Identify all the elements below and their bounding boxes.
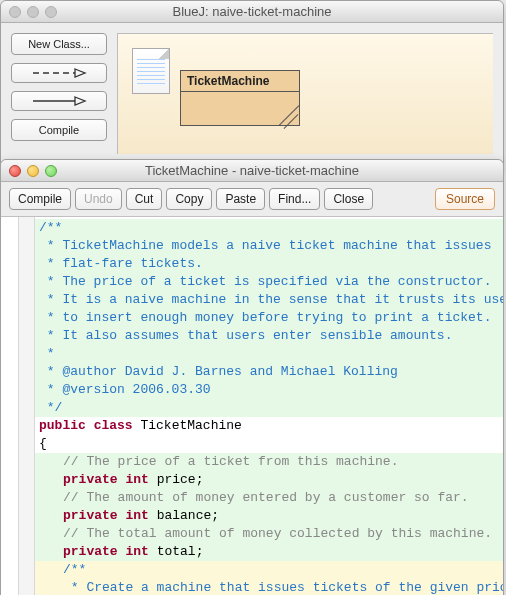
compile-button[interactable]: Compile <box>11 119 107 141</box>
minimize-icon[interactable] <box>27 6 39 18</box>
zoom-icon[interactable] <box>45 6 57 18</box>
file-icon[interactable] <box>132 48 170 94</box>
code-editor[interactable]: /** * TicketMachine models a naive ticke… <box>1 217 503 595</box>
cut-button[interactable]: Cut <box>126 188 163 210</box>
resize-handle-icon <box>279 105 299 125</box>
project-sidebar: New Class... Compile <box>11 33 107 154</box>
project-window: BlueJ: naive-ticket-machine New Class...… <box>0 0 504 165</box>
class-diagram[interactable]: TicketMachine <box>117 33 493 154</box>
zoom-icon[interactable] <box>45 165 57 177</box>
view-mode-selector[interactable]: Source <box>435 188 495 210</box>
new-class-button[interactable]: New Class... <box>11 33 107 55</box>
dashed-arrow-icon <box>29 68 89 78</box>
gutter <box>1 217 19 595</box>
close-icon[interactable] <box>9 6 21 18</box>
close-button[interactable]: Close <box>324 188 373 210</box>
project-title: BlueJ: naive-ticket-machine <box>1 4 503 19</box>
breakpoint-gutter[interactable] <box>19 217 35 595</box>
solid-arrow-button[interactable] <box>11 91 107 111</box>
traffic-lights[interactable] <box>9 6 57 18</box>
editor-window: TicketMachine - naive-ticket-machine Com… <box>0 159 504 595</box>
close-icon[interactable] <box>9 165 21 177</box>
editor-toolbar: Compile Undo Cut Copy Paste Find... Clos… <box>1 182 503 217</box>
project-titlebar: BlueJ: naive-ticket-machine <box>1 1 503 23</box>
minimize-icon[interactable] <box>27 165 39 177</box>
find-button[interactable]: Find... <box>269 188 320 210</box>
class-name: TicketMachine <box>181 71 299 92</box>
copy-button[interactable]: Copy <box>166 188 212 210</box>
solid-arrow-icon <box>29 96 89 106</box>
editor-title: TicketMachine - naive-ticket-machine <box>1 163 503 178</box>
compile-button[interactable]: Compile <box>9 188 71 210</box>
code-content[interactable]: /** * TicketMachine models a naive ticke… <box>35 217 503 595</box>
paste-button[interactable]: Paste <box>216 188 265 210</box>
dashed-arrow-button[interactable] <box>11 63 107 83</box>
undo-button[interactable]: Undo <box>75 188 122 210</box>
editor-titlebar: TicketMachine - naive-ticket-machine <box>1 160 503 182</box>
class-box-ticketmachine[interactable]: TicketMachine <box>180 70 300 126</box>
traffic-lights[interactable] <box>9 165 57 177</box>
